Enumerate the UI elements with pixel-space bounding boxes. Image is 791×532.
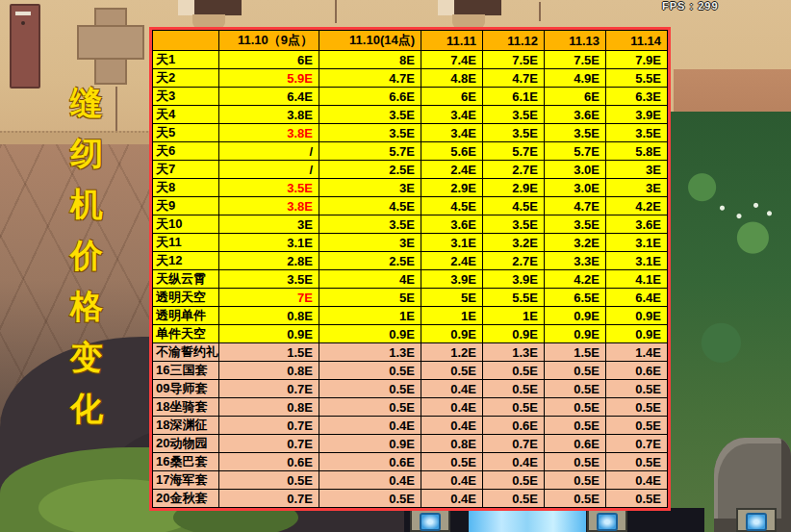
price-cell: 0.4E: [606, 471, 668, 490]
price-cell: 0.7E: [606, 435, 668, 453]
table-row: 单件天空0.9E0.9E0.9E0.9E0.9E0.9E: [153, 325, 668, 343]
price-cell: 5.7E: [483, 142, 545, 161]
table-row: 天43.8E3.5E3.4E3.5E3.6E3.9E: [153, 106, 668, 124]
row-label: 透明天空: [153, 289, 219, 307]
price-cell: 3.5E: [319, 106, 421, 124]
price-cell: 0.7E: [219, 380, 319, 398]
price-cell: 0.9E: [219, 325, 319, 343]
price-cell: 3.6E: [606, 215, 668, 234]
price-cell: 0.5E: [545, 490, 606, 508]
price-cell: 0.5E: [545, 453, 606, 471]
price-table-container: 11.10（9点）11.10(14点)11.1111.1211.1311.14 …: [149, 27, 671, 511]
price-cell: 0.5E: [545, 362, 606, 380]
table-row: 天103E3.5E3.6E3.5E3.5E3.6E: [153, 215, 668, 234]
price-cell: /: [219, 161, 319, 179]
row-label: 天3: [153, 88, 219, 106]
price-cell: 2.7E: [483, 161, 545, 179]
price-cell: 3.0E: [545, 161, 606, 179]
price-cell: 6.4E: [219, 88, 319, 106]
row-label: 天11: [153, 234, 219, 252]
price-cell: 0.6E: [219, 453, 319, 471]
price-cell: 2.5E: [319, 161, 421, 179]
row-label: 09导师套: [153, 380, 219, 398]
price-cell: 3E: [219, 215, 319, 234]
price-cell: 0.5E: [606, 453, 668, 471]
price-cell: 0.9E: [319, 325, 421, 343]
price-cell: 0.9E: [606, 325, 668, 343]
price-cell: 3E: [319, 234, 421, 252]
side-title-char: 化: [64, 383, 110, 434]
row-label: 天8: [153, 179, 219, 197]
row-label: 天纵云霄: [153, 270, 219, 289]
price-cell: 6.6E: [319, 88, 421, 106]
price-cell: 3E: [606, 161, 668, 179]
price-cell: 3.6E: [421, 215, 483, 234]
table-row: 18深渊征0.7E0.4E0.4E0.6E0.5E0.5E: [153, 417, 668, 435]
pillar-glow-icon: [597, 513, 618, 531]
price-cell: 0.5E: [483, 380, 545, 398]
price-cell: 0.4E: [319, 471, 421, 490]
price-cell: 0.4E: [421, 471, 483, 490]
table-row: 18坐骑套0.8E0.5E0.4E0.5E0.5E0.5E: [153, 398, 668, 417]
row-label: 天9: [153, 197, 219, 215]
poster-dot: [21, 21, 25, 25]
price-cell: 0.5E: [219, 471, 319, 490]
price-cell: 3.5E: [483, 106, 545, 124]
wall-poster: [10, 4, 40, 89]
price-cell: 3.9E: [606, 106, 668, 124]
table-row: 17海军套0.5E0.4E0.4E0.5E0.5E0.4E: [153, 471, 668, 490]
side-title: 缝纫机价格变化: [64, 77, 110, 434]
price-cell: 4.5E: [319, 197, 421, 215]
row-label: 不渝誓约礼: [153, 343, 219, 362]
price-cell: 4.9E: [545, 69, 606, 88]
row-label: 天12: [153, 252, 219, 270]
price-cell: 3.2E: [545, 234, 606, 252]
price-cell: 4.7E: [483, 69, 545, 88]
price-cell: 0.5E: [606, 417, 668, 435]
price-cell: 0.5E: [483, 398, 545, 417]
price-cell: 0.9E: [545, 307, 606, 325]
side-title-char: 变: [64, 332, 110, 383]
price-cell: 0.5E: [421, 453, 483, 471]
price-cell: 0.5E: [606, 380, 668, 398]
price-cell: 0.7E: [483, 435, 545, 453]
fps-counter: FPS : 299: [662, 0, 719, 12]
price-cell: 5.6E: [421, 142, 483, 161]
pillar-glow-icon: [746, 513, 767, 531]
table-row: 16桑巴套0.6E0.6E0.5E0.4E0.5E0.5E: [153, 453, 668, 471]
price-cell: 7.4E: [421, 51, 483, 69]
price-cell: 0.5E: [483, 471, 545, 490]
row-label: 单件天空: [153, 325, 219, 343]
price-cell: 0.4E: [421, 380, 483, 398]
side-title-char: 格: [64, 281, 110, 332]
header-cell-date: 11.11: [421, 31, 483, 51]
price-cell: 0.5E: [545, 398, 606, 417]
price-cell: 0.9E: [421, 325, 483, 343]
side-title-char: 价: [64, 230, 110, 281]
side-title-char: 纫: [64, 128, 110, 179]
row-label: 透明单件: [153, 307, 219, 325]
table-row: 天6/5.7E5.6E5.7E5.7E5.8E: [153, 142, 668, 161]
wall-pedestal: [452, 14, 485, 28]
header-cell-label: [153, 31, 219, 51]
table-row: 20动物园0.7E0.9E0.8E0.7E0.6E0.7E: [153, 435, 668, 453]
row-label: 16三国套: [153, 362, 219, 380]
row-label: 18坐骑套: [153, 398, 219, 417]
price-cell: 3.8E: [219, 124, 319, 142]
price-cell: 7.5E: [545, 51, 606, 69]
row-label: 17海军套: [153, 471, 219, 490]
price-cell: 3.1E: [606, 234, 668, 252]
wall-pedestal: [192, 14, 225, 28]
wall-window: [178, 0, 242, 15]
price-cell: 3.4E: [421, 106, 483, 124]
price-cell: 3.5E: [319, 215, 421, 234]
price-cell: 0.4E: [319, 417, 421, 435]
price-cell: 3.5E: [319, 124, 421, 142]
price-cell: 6E: [421, 88, 483, 106]
wall-crack: [115, 87, 117, 131]
table-row: 透明天空7E5E5E5.5E6.5E6.4E: [153, 289, 668, 307]
price-cell: 1.5E: [219, 343, 319, 362]
price-table: 11.10（9点）11.10(14点)11.1111.1211.1311.14 …: [152, 30, 668, 508]
table-row: 天53.8E3.5E3.4E3.5E3.5E3.5E: [153, 124, 668, 142]
price-cell: 0.5E: [483, 490, 545, 508]
